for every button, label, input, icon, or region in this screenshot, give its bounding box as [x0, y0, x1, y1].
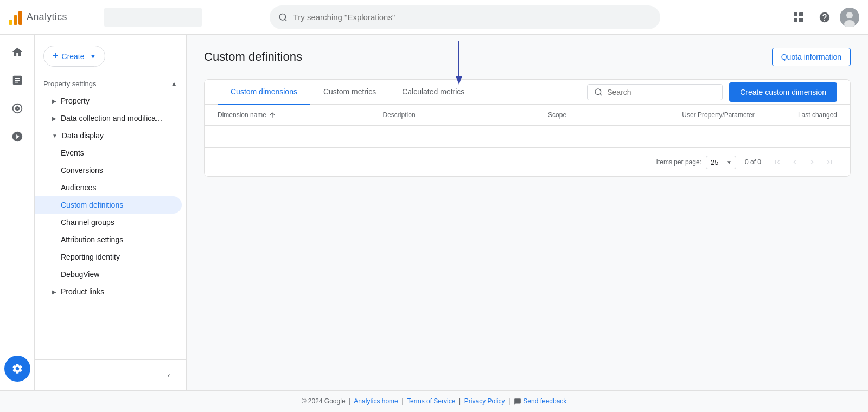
sidebar-item-events[interactable]: Events — [35, 144, 182, 162]
sidebar-item-conversions-label: Conversions — [61, 166, 103, 175]
footer-feedback[interactable]: Send feedback — [523, 397, 566, 405]
svg-point-7 — [595, 89, 601, 95]
table-body — [205, 126, 850, 147]
col-scope: Scope — [548, 111, 630, 119]
footer-analytics-home[interactable]: Analytics home — [354, 397, 398, 405]
sidebar-item-audiences-label: Audiences — [61, 183, 96, 192]
rail-advertising-button[interactable] — [4, 124, 30, 150]
sidebar-item-audiences[interactable]: Audiences — [35, 179, 182, 196]
property-settings-label: Property settings — [43, 80, 97, 88]
tab-custom-dimensions[interactable]: Custom dimensions — [218, 80, 310, 105]
topbar-right — [788, 7, 859, 28]
home-icon — [11, 46, 23, 58]
sidebar-item-custom-definitions-label: Custom definitions — [61, 201, 123, 209]
collapse-section-icon: ▲ — [170, 80, 177, 88]
items-per-page-select-wrapper: 10 25 50 100 — [706, 156, 736, 169]
rail-admin-button[interactable] — [4, 356, 30, 382]
rail-reports-button[interactable] — [4, 67, 30, 93]
tab-custom-metrics-label: Custom metrics — [323, 87, 376, 96]
col-scope-label: Scope — [548, 111, 566, 119]
pagination-row: Items per page: 10 25 50 100 0 of 0 — [205, 147, 850, 176]
sidebar-collapse-button[interactable]: ‹ — [160, 366, 177, 384]
first-page-icon — [773, 158, 782, 166]
user-avatar[interactable] — [840, 8, 859, 27]
sidebar-item-channel-groups-label: Channel groups — [61, 218, 114, 227]
tab-custom-dimensions-label: Custom dimensions — [231, 87, 297, 96]
page-title: Custom definitions — [204, 50, 302, 64]
svg-line-8 — [600, 94, 602, 95]
sidebar-item-debugview-label: DebugView — [61, 270, 99, 279]
sidebar-item-property[interactable]: ▶ Property — [35, 92, 182, 110]
account-selector[interactable] — [104, 8, 202, 27]
help-icon — [819, 11, 831, 23]
sidebar-item-attribution-settings[interactable]: Attribution settings — [35, 231, 182, 248]
col-last-changed: Last changed — [755, 111, 837, 119]
search-box[interactable] — [587, 84, 723, 100]
global-search-input[interactable] — [293, 12, 652, 22]
create-custom-dimension-button[interactable]: Create custom dimension — [729, 82, 837, 102]
analytics-logo — [9, 10, 22, 25]
logo-bar-2 — [14, 15, 17, 25]
next-page-icon — [808, 158, 816, 166]
topbar: Analytics — [0, 0, 868, 35]
col-description-label: Description — [383, 111, 416, 119]
search-box-icon — [594, 88, 603, 96]
create-button[interactable]: + Create ▼ — [43, 46, 105, 67]
items-per-page-label: Items per page: — [656, 158, 701, 166]
main-content: Custom definitions Quota information Cus… — [187, 35, 868, 390]
col-user-property: User Property/Parameter — [630, 111, 754, 119]
search-input[interactable] — [607, 88, 716, 96]
sort-icon[interactable] — [269, 111, 276, 119]
sidebar-item-reporting-identity[interactable]: Reporting identity — [35, 248, 182, 266]
sidebar-item-channel-groups[interactable]: Channel groups — [35, 214, 182, 231]
first-page-button[interactable] — [770, 154, 785, 170]
prev-page-button[interactable] — [787, 154, 802, 170]
data-display-expand-icon: ▼ — [52, 133, 58, 139]
property-expand-icon: ▶ — [52, 98, 56, 104]
tab-custom-metrics[interactable]: Custom metrics — [310, 80, 389, 105]
data-collection-expand-icon: ▶ — [52, 115, 56, 121]
grid-icon — [794, 12, 803, 22]
property-settings-header[interactable]: Property settings ▲ — [35, 75, 186, 92]
col-user-property-label: User Property/Parameter — [682, 111, 754, 119]
logo-bar-3 — [18, 11, 22, 25]
sidebar-footer: ‹ — [35, 359, 186, 390]
sidebar-item-product-links[interactable]: ▶ Product links — [35, 283, 182, 300]
logo-area: Analytics — [9, 10, 95, 25]
page-nav — [770, 154, 837, 170]
footer-privacy[interactable]: Privacy Policy — [464, 397, 505, 405]
rail-explore-button[interactable] — [4, 95, 30, 121]
help-button[interactable] — [814, 7, 835, 28]
feedback-icon — [514, 398, 521, 405]
sidebar-content: + Create ▼ Property settings ▲ ▶ Propert… — [35, 35, 186, 359]
sidebar-item-product-links-label: Product links — [61, 287, 104, 296]
sidebar-item-custom-definitions[interactable]: Custom definitions — [35, 196, 182, 214]
create-button-label: Create — [62, 52, 85, 61]
sidebar-item-data-display[interactable]: ▼ Data display — [35, 127, 182, 144]
last-page-button[interactable] — [822, 154, 837, 170]
sidebar-item-attribution-settings-label: Attribution settings — [61, 235, 123, 244]
col-dimension-name-label: Dimension name — [218, 111, 266, 119]
sidebar-item-data-display-label: Data display — [62, 131, 104, 140]
sidebar-item-debugview[interactable]: DebugView — [35, 266, 182, 283]
left-rail — [0, 35, 35, 390]
next-page-button[interactable] — [805, 154, 820, 170]
global-search-bar[interactable] — [270, 5, 660, 29]
rail-home-button[interactable] — [4, 39, 30, 65]
annotation-arrow — [454, 41, 464, 85]
items-per-page-select[interactable]: 10 25 50 100 — [706, 156, 736, 169]
sidebar-item-conversions[interactable]: Conversions — [35, 162, 182, 179]
col-last-changed-label: Last changed — [798, 111, 837, 119]
quota-information-button[interactable]: Quota information — [772, 48, 851, 66]
items-per-page: Items per page: 10 25 50 100 — [656, 156, 736, 169]
sidebar-item-data-collection[interactable]: ▶ Data collection and modifica... — [35, 110, 182, 127]
col-dimension-name: Dimension name — [218, 111, 383, 119]
footer-terms[interactable]: Terms of Service — [407, 397, 455, 405]
col-description: Description — [383, 111, 548, 119]
google-apps-button[interactable] — [788, 7, 809, 28]
svg-point-3 — [846, 12, 853, 18]
logo-bar-1 — [9, 20, 12, 25]
app-title: Analytics — [27, 11, 67, 23]
tab-calculated-metrics-label: Calculated metrics — [402, 87, 464, 96]
product-links-expand-icon: ▶ — [52, 289, 56, 295]
